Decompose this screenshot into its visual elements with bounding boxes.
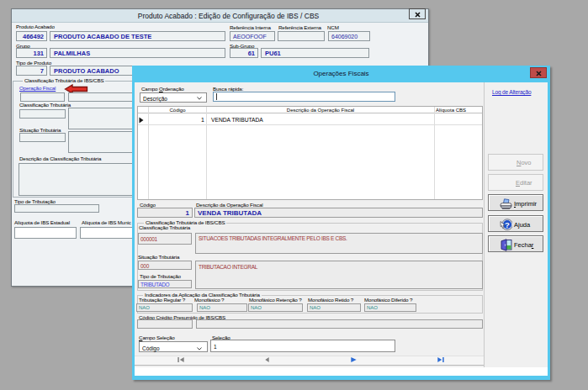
- svg-text:?: ?: [505, 220, 510, 229]
